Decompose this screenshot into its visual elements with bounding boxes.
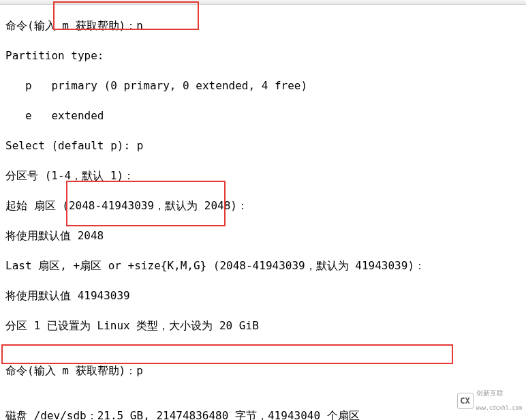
output-line: Partition type:: [5, 48, 425, 63]
user-input: p: [136, 364, 143, 377]
output-line: 将使用默认值 41943039: [5, 288, 425, 303]
output-line: Last 扇区, +扇区 or +size{K,M,G} (2048-41943…: [5, 258, 425, 273]
output-line: 磁盘 /dev/sdb：21.5 GB, 21474836480 字节，4194…: [5, 408, 425, 420]
output-line: 分区 1 已设置为 Linux 类型，大小设为 20 GiB: [5, 318, 425, 333]
output-line: 将使用默认值 2048: [5, 228, 425, 243]
watermark: CX 创新互联 www.cdcxhl.com: [457, 386, 522, 416]
prompt-text: Select (default p):: [5, 139, 137, 152]
user-input: n: [136, 19, 143, 32]
watermark-brand: 创新互联: [476, 386, 522, 401]
terminal-output: 命令(输入 m 获取帮助)：n Partition type: p primar…: [5, 3, 425, 420]
prompt-text: 命令(输入 m 获取帮助)：: [5, 364, 136, 377]
output-line: e extended: [5, 108, 425, 123]
output-line: p primary (0 primary, 0 extended, 4 free…: [5, 78, 425, 93]
prompt-text: 命令(输入 m 获取帮助)：: [5, 19, 136, 32]
user-input: p: [137, 139, 144, 152]
watermark-url: www.cdcxhl.com: [476, 401, 522, 416]
watermark-logo-icon: CX: [457, 393, 474, 409]
output-line: 分区号 (1-4，默认 1)：: [5, 168, 425, 183]
output-line: 起始 扇区 (2048-41943039，默认为 2048)：: [5, 198, 425, 213]
